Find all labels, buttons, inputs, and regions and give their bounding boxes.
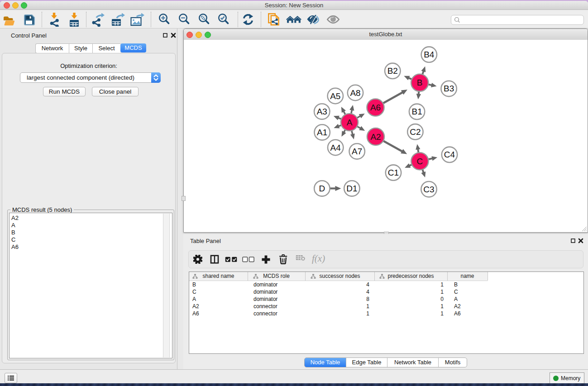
svg-text:A6: A6 bbox=[370, 103, 381, 112]
svg-text:D: D bbox=[319, 184, 325, 193]
svg-text:A5: A5 bbox=[330, 91, 340, 101]
svg-text:A: A bbox=[347, 118, 353, 127]
svg-text:B: B bbox=[417, 78, 423, 87]
svg-text:B3: B3 bbox=[444, 84, 454, 93]
svg-text:A8: A8 bbox=[350, 88, 360, 98]
svg-text:A1: A1 bbox=[317, 128, 327, 137]
svg-text:B4: B4 bbox=[424, 50, 435, 59]
svg-text:D1: D1 bbox=[346, 184, 357, 193]
svg-text:B2: B2 bbox=[387, 66, 398, 76]
svg-text:C3: C3 bbox=[423, 185, 434, 194]
svg-text:A7: A7 bbox=[352, 147, 362, 156]
svg-text:C2: C2 bbox=[410, 127, 421, 137]
svg-text:B1: B1 bbox=[411, 107, 422, 116]
svg-text:A3: A3 bbox=[317, 107, 327, 116]
svg-text:C1: C1 bbox=[388, 168, 399, 177]
svg-text:A4: A4 bbox=[330, 143, 341, 152]
svg-text:C4: C4 bbox=[444, 150, 455, 159]
svg-text:A2: A2 bbox=[370, 132, 381, 142]
svg-text:C: C bbox=[417, 157, 423, 166]
